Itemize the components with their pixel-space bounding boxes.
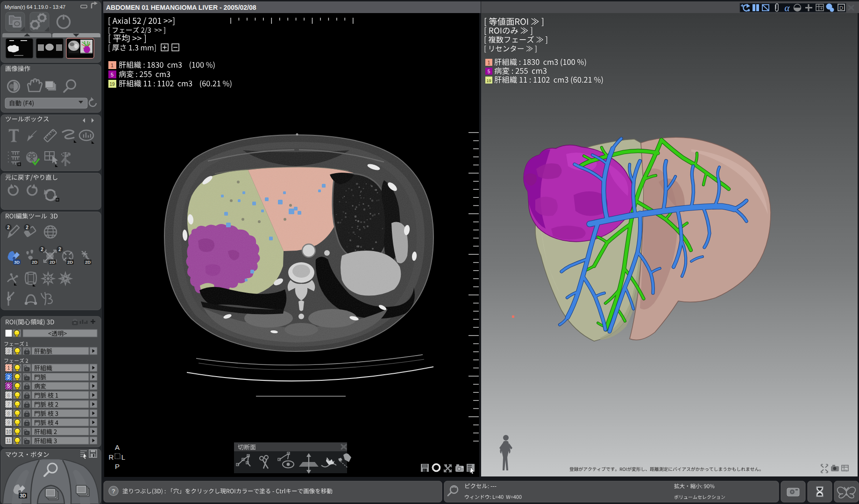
svg-text:11: 11 (6, 438, 11, 443)
svg-text:19: 19 (486, 78, 491, 83)
svg-text:1: 1 (7, 365, 10, 371)
svg-text:19: 19 (109, 82, 115, 87)
svg-text:P: P (115, 462, 120, 470)
svg-text:5: 5 (488, 69, 490, 74)
svg-text:10: 10 (6, 429, 12, 434)
svg-text:2D: 2D (50, 259, 55, 265)
svg-text:A: A (115, 443, 120, 451)
svg-text:2: 2 (58, 247, 61, 252)
svg-text:2: 2 (26, 225, 28, 230)
svg-text:8: 8 (7, 411, 10, 416)
svg-text:5: 5 (111, 72, 114, 77)
svg-text:9: 9 (7, 420, 10, 425)
svg-text:1: 1 (488, 60, 490, 65)
svg-text:D: D (839, 5, 843, 11)
svg-text:2: 2 (41, 247, 43, 252)
svg-text:3: 3 (7, 348, 10, 354)
svg-text:α: α (784, 2, 790, 14)
svg-text:6: 6 (7, 392, 10, 398)
svg-text:3D: 3D (14, 259, 20, 265)
svg-text:2D: 2D (85, 259, 91, 265)
svg-text:2: 2 (7, 225, 10, 230)
svg-text:ABDOMEN 01 HEMANGIOMA LIVER -: ABDOMEN 01 HEMANGIOMA LIVER - 2005/02/08 (106, 4, 256, 11)
svg-text:R: R (109, 453, 114, 461)
svg-text:2D: 2D (67, 259, 73, 265)
svg-text:?: ? (112, 488, 115, 495)
svg-text:3D: 3D (20, 493, 26, 498)
svg-text:Myrian(r) 64 1.19.0 - 13:47: Myrian(r) 64 1.19.0 - 13:47 (5, 4, 65, 10)
svg-text:2D: 2D (32, 259, 37, 265)
svg-text:2: 2 (7, 374, 10, 380)
svg-text:5: 5 (7, 383, 10, 389)
svg-text:7: 7 (7, 401, 10, 407)
svg-text:L: L (121, 453, 125, 461)
svg-text:1: 1 (111, 63, 114, 68)
